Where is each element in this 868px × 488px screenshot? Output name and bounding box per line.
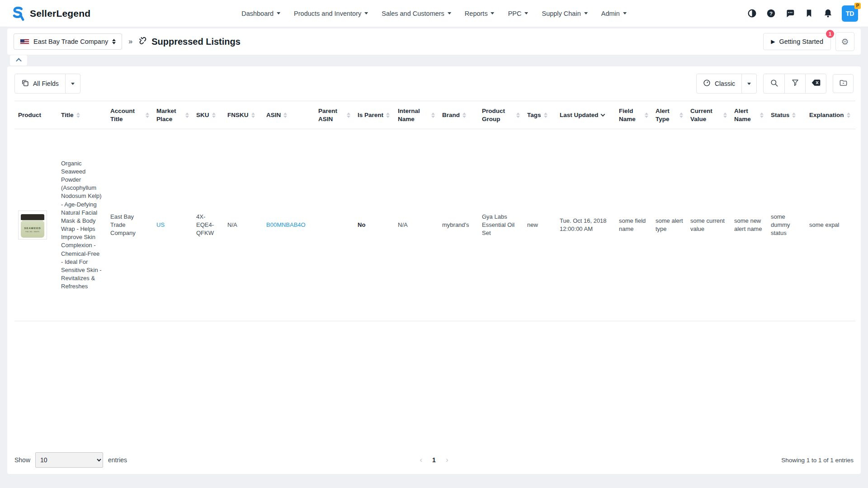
sort-icon [462, 113, 466, 118]
chevron-down-icon [364, 12, 368, 14]
pagination-page-1[interactable]: 1 [432, 456, 436, 464]
col-brand[interactable]: Brand [439, 101, 478, 129]
chat-icon[interactable] [785, 9, 795, 19]
all-fields-button[interactable]: All Fields [15, 74, 65, 93]
col-asin[interactable]: ASIN [263, 101, 315, 129]
search-button[interactable] [764, 74, 784, 93]
breadcrumb-separator: » [128, 38, 132, 46]
chevron-down-icon [277, 12, 280, 14]
col-market-place[interactable]: Market Place [153, 101, 193, 129]
sort-icon [146, 113, 149, 118]
col-is-parent[interactable]: Is Parent [354, 101, 394, 129]
nav-item-dashboard[interactable]: Dashboard [241, 10, 280, 17]
sort-icon [679, 113, 683, 118]
col-fnsku[interactable]: FNSKU [224, 101, 263, 129]
clear-filters-icon [811, 79, 821, 89]
col-parent-asin[interactable]: Parent ASIN [315, 101, 354, 129]
sort-icon [185, 113, 189, 118]
chevron-down-icon [524, 12, 528, 14]
settings-gear-button[interactable]: ⚙ [835, 32, 854, 51]
col-current-value[interactable]: Current Value [687, 101, 731, 129]
marketplace-link[interactable]: US [156, 221, 165, 228]
sort-icon [792, 113, 796, 118]
account-selector[interactable]: East Bay Trade Company [14, 33, 122, 50]
theme-contrast-icon[interactable] [747, 9, 757, 19]
cell-parent-asin [315, 129, 354, 321]
help-icon[interactable]: ? [766, 9, 776, 19]
product-image[interactable]: SEAWEED FACIAL MASK [18, 211, 47, 239]
cell-field-name: some field name [615, 129, 652, 321]
us-flag-icon [20, 39, 29, 45]
sort-icon [645, 113, 648, 118]
pagination-prev-button[interactable]: ‹ [420, 455, 422, 465]
col-alert-name[interactable]: Alert Name [731, 101, 767, 129]
pagination: ‹ 1 › [420, 455, 448, 465]
play-icon: ▶ [771, 38, 775, 45]
broken-link-icon [138, 36, 148, 47]
user-avatar[interactable]: TD P [842, 5, 858, 22]
sort-icon [347, 113, 350, 118]
table-header-row: Product Title Account Title Market Place… [14, 101, 855, 129]
notifications-bell-icon[interactable] [823, 9, 833, 19]
suppressed-listings-table: Product Title Account Title Market Place… [14, 101, 855, 321]
breadcrumb-bar: East Bay Trade Company » Suppressed List… [7, 28, 861, 55]
cell-current-value: some current value [687, 129, 731, 321]
bookmark-icon[interactable] [804, 9, 814, 19]
cell-account-title: East Bay Trade Company [107, 129, 153, 321]
col-field-name[interactable]: Field Name [615, 101, 652, 129]
filter-funnel-icon [791, 79, 799, 89]
table-footer: Show 10 entries ‹ 1 › Showing 1 to 1 of … [14, 447, 854, 468]
col-product-group[interactable]: Product Group [478, 101, 524, 129]
col-product: Product [14, 101, 57, 129]
sort-icon [431, 113, 435, 118]
cell-is-parent: No [354, 129, 394, 321]
nav-item-sales-and-customers[interactable]: Sales and Customers [382, 10, 451, 17]
nav-item-admin[interactable]: Admin [601, 10, 627, 17]
getting-started-button[interactable]: ▶ Getting Started 1 [763, 33, 831, 50]
col-title[interactable]: Title [57, 101, 107, 129]
nav-item-reports[interactable]: Reports [465, 10, 495, 17]
col-explanation[interactable]: Explanation [806, 101, 855, 129]
svg-text:?: ? [769, 11, 773, 16]
filter-button[interactable] [784, 74, 805, 93]
brand-name: SellerLegend [30, 8, 90, 19]
all-fields-split-button: All Fields [14, 74, 80, 94]
view-mode-caret-button[interactable] [741, 74, 756, 93]
gauge-icon [703, 79, 711, 88]
entries-label: entries [108, 456, 127, 464]
sellerlegend-logo[interactable]: SellerLegend [10, 6, 90, 21]
chevron-down-icon [623, 12, 627, 14]
col-sku[interactable]: SKU [193, 101, 224, 129]
cell-tags: new [524, 129, 556, 321]
cell-sku: 4X-EQE4-QFKW [193, 129, 224, 321]
cell-brand: mybrand's [439, 129, 478, 321]
col-account-title[interactable]: Account Title [107, 101, 153, 129]
nav-item-supply-chain[interactable]: Supply Chain [542, 10, 587, 17]
col-alert-type[interactable]: Alert Type [652, 101, 687, 129]
cell-internal-name: N/A [394, 129, 439, 321]
sort-desc-icon [600, 112, 605, 117]
all-fields-caret-button[interactable] [65, 74, 80, 93]
col-last-updated[interactable]: Last Updated [556, 101, 615, 129]
copy-icon [21, 79, 29, 88]
nav-item-ppc[interactable]: PPC [508, 10, 528, 17]
classic-view-button[interactable]: Classic [697, 74, 741, 93]
folder-icon [839, 79, 848, 89]
view-mode-split-button: Classic [696, 74, 757, 94]
saved-views-button[interactable] [833, 74, 854, 93]
col-status[interactable]: Status [767, 101, 806, 129]
cell-explanation: some expal [806, 129, 855, 321]
chevron-down-icon [491, 12, 495, 14]
nav-item-products-and-inventory[interactable]: Products and Inventory [294, 10, 368, 17]
pagination-next-button[interactable]: › [446, 455, 448, 465]
chevron-down-icon [71, 83, 75, 85]
sort-icon [283, 113, 287, 118]
asin-link[interactable]: B00MNBAB4O [266, 221, 306, 228]
clear-filters-button[interactable] [805, 74, 826, 93]
page-size-select[interactable]: 10 [35, 452, 103, 468]
collapse-panel-button[interactable] [10, 55, 27, 66]
page-title: Suppressed Listings [151, 37, 241, 47]
col-tags[interactable]: Tags [524, 101, 556, 129]
col-internal-name[interactable]: Internal Name [394, 101, 439, 129]
cell-alert-type: some alert type [652, 129, 687, 321]
